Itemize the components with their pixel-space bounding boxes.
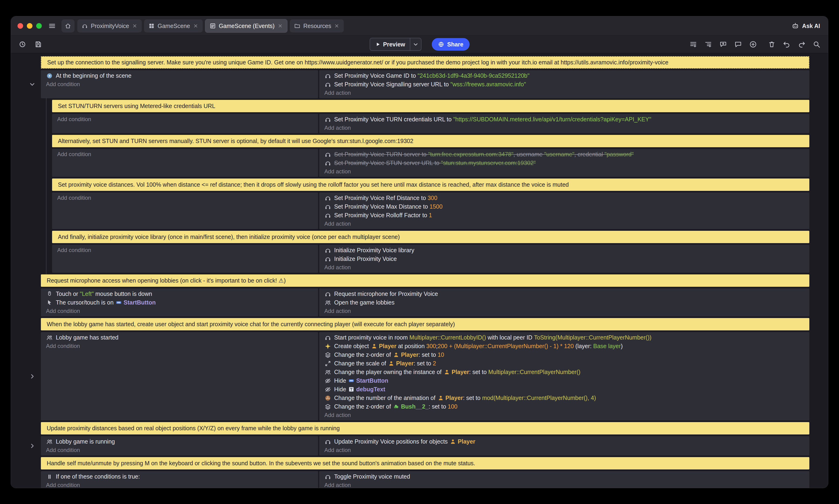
- actions-cell[interactable]: Initialize Proximity Voice libraryInitia…: [319, 245, 809, 273]
- actions-cell[interactable]: Set Proximity Voice Ref Distance to 300S…: [319, 193, 809, 229]
- close-icon[interactable]: [132, 23, 138, 29]
- actions-cell[interactable]: Start proximity voice in room Multiplaye…: [319, 332, 809, 420]
- actions-cell[interactable]: Set Proximity Voice TURN server to "turn…: [319, 149, 809, 177]
- comment-row[interactable]: Handle self mute/unmute by pressing M on…: [41, 457, 809, 469]
- add-action-link[interactable]: Add action: [319, 124, 809, 132]
- close-icon[interactable]: [334, 23, 339, 29]
- action-line[interactable]: Create object Player at position 300;200…: [319, 342, 809, 350]
- action-line[interactable]: Open the game lobbies: [319, 298, 809, 307]
- action-line[interactable]: Change the z-order of Player: set to 10: [319, 350, 809, 359]
- action-line[interactable]: Set Proximity Voice Rolloff Factor to 1: [319, 211, 809, 220]
- search-button[interactable]: [812, 40, 821, 49]
- action-line[interactable]: Hide debugText: [319, 385, 809, 394]
- add-action-link[interactable]: Add action: [319, 167, 809, 176]
- event-fold-chevron-right-icon[interactable]: [29, 373, 36, 380]
- action-line[interactable]: Initialize Proximity Voice library: [319, 246, 809, 255]
- event-fold-chevron-down-icon[interactable]: [29, 81, 36, 88]
- add-condition-link[interactable]: Add condition: [41, 342, 318, 350]
- tab-proximityvoice[interactable]: ProximityVoice: [77, 19, 142, 32]
- action-line[interactable]: Change the scale of Player: set to 2: [319, 359, 809, 368]
- action-line[interactable]: Set Proximity Voice Game ID to "241cb63d…: [319, 71, 809, 80]
- preview-options-button[interactable]: [410, 38, 421, 50]
- conditions-cell[interactable]: Add condition: [52, 245, 318, 273]
- action-line[interactable]: Initialize Proximity Voice: [319, 255, 809, 263]
- add-condition-link[interactable]: Add condition: [52, 194, 318, 202]
- add-condition-link[interactable]: Add condition: [52, 150, 318, 158]
- condition-line[interactable]: If one of these conditions is true:: [41, 472, 318, 481]
- close-icon[interactable]: [193, 23, 198, 29]
- add-condition-link[interactable]: Add condition: [41, 481, 318, 488]
- add-action-link[interactable]: Add action: [319, 89, 809, 97]
- comment-row[interactable]: Request microphone access when opening l…: [41, 274, 809, 287]
- action-line[interactable]: Change the player owning the instance of…: [319, 368, 809, 376]
- action-line[interactable]: Hide StartButton: [319, 376, 809, 385]
- add-event-button[interactable]: [689, 40, 698, 49]
- actions-cell[interactable]: Request microphone for Proximity VoiceOp…: [319, 288, 809, 317]
- action-line[interactable]: Change the number of the animation of Pl…: [319, 394, 809, 402]
- close-icon[interactable]: [277, 23, 283, 29]
- action-line[interactable]: Set Proximity Voice Max Distance to 1500: [319, 202, 809, 211]
- conditions-cell[interactable]: Touch or "Left" mouse button is downThe …: [41, 288, 318, 317]
- comment-row[interactable]: Set proximity voice distances. Vol 100% …: [52, 179, 809, 191]
- trash-button[interactable]: [767, 40, 776, 49]
- tab-resources[interactable]: Resources: [290, 19, 344, 32]
- add-condition-link[interactable]: Add condition: [52, 246, 318, 254]
- conditions-cell[interactable]: At the beginning of the sceneAdd conditi…: [41, 70, 318, 98]
- tab-gamescene[interactable]: GameScene: [144, 19, 203, 32]
- condition-line[interactable]: At the beginning of the scene: [41, 71, 318, 80]
- ask-ai-button[interactable]: Ask AI: [791, 22, 828, 30]
- add-action-link[interactable]: Add action: [319, 263, 809, 271]
- zoom-window-button[interactable]: [36, 23, 42, 29]
- condition-line[interactable]: Lobby game is running: [41, 437, 318, 446]
- add-condition-link[interactable]: Add condition: [41, 446, 318, 454]
- add-action-link[interactable]: Add action: [319, 411, 809, 419]
- conditions-cell[interactable]: Lobby game has startedAdd condition: [41, 332, 318, 420]
- comment-row[interactable]: Update proximity distances based on real…: [41, 422, 809, 434]
- action-line[interactable]: Set Proximity Voice TURN server to "turn…: [319, 150, 809, 159]
- comment-row[interactable]: And finally, initialize proximity voice …: [52, 231, 809, 243]
- actions-cell[interactable]: Set Proximity Voice Game ID to "241cb63d…: [319, 70, 809, 98]
- add-subevent-button[interactable]: [704, 40, 713, 49]
- preview-button[interactable]: Preview: [370, 41, 410, 48]
- add-condition-link[interactable]: Add condition: [52, 115, 318, 123]
- action-line[interactable]: Change the z-order of Bush__2_: set to 1…: [319, 402, 809, 411]
- plus-circle-button[interactable]: [749, 40, 757, 49]
- actions-cell[interactable]: Set Proximity Voice TURN credentials URL…: [319, 114, 809, 133]
- condition-line[interactable]: Touch or "Left" mouse button is down: [41, 290, 318, 298]
- menu-button[interactable]: [47, 21, 57, 31]
- add-condition-link[interactable]: Add condition: [41, 80, 318, 88]
- add-action-link[interactable]: Add action: [319, 307, 809, 315]
- action-line[interactable]: Set Proximity Voice Ref Distance to 300: [319, 194, 809, 202]
- add-comment-button[interactable]: [719, 40, 728, 49]
- actions-cell[interactable]: Toggle Proximity voice mutedAdd action: [319, 471, 809, 488]
- conditions-cell[interactable]: Lobby game is runningAdd condition: [41, 436, 318, 455]
- home-tab[interactable]: [62, 19, 74, 32]
- condition-line[interactable]: The cursor/touch is on StartButton: [41, 298, 318, 307]
- conditions-cell[interactable]: Add condition: [52, 114, 318, 133]
- conditions-cell[interactable]: Add condition: [52, 193, 318, 229]
- action-line[interactable]: Request microphone for Proximity Voice: [319, 290, 809, 298]
- condition-line[interactable]: Lobby game has started: [41, 333, 318, 342]
- action-line[interactable]: Set Proximity Voice TURN credentials URL…: [319, 115, 809, 124]
- close-window-button[interactable]: [18, 23, 23, 29]
- comment-row[interactable]: Alternatively, set STUN and TURN servers…: [52, 135, 809, 147]
- tab-gamescene-events[interactable]: GameScene (Events): [205, 19, 287, 33]
- action-line[interactable]: Update Proximity Voice positions for obj…: [319, 437, 809, 446]
- conditions-cell[interactable]: If one of these conditions is true:Add c…: [41, 471, 318, 488]
- save-button[interactable]: [34, 40, 43, 49]
- comment-row[interactable]: When the lobby game has started, create …: [41, 318, 809, 330]
- minimize-window-button[interactable]: [27, 23, 33, 29]
- action-line[interactable]: Start proximity voice in room Multiplaye…: [319, 333, 809, 342]
- actions-cell[interactable]: Update Proximity Voice positions for obj…: [319, 436, 809, 455]
- add-action-link[interactable]: Add action: [319, 481, 809, 488]
- conditions-cell[interactable]: Add condition: [52, 149, 318, 177]
- add-action-link[interactable]: Add action: [319, 220, 809, 228]
- comment-row[interactable]: Set up the connection to the signalling …: [41, 56, 809, 69]
- action-line[interactable]: Set Proximity Voice Signalling server UR…: [319, 80, 809, 89]
- share-button[interactable]: Share: [432, 38, 469, 51]
- undo-button[interactable]: [782, 40, 791, 49]
- action-line[interactable]: Toggle Proximity voice muted: [319, 472, 809, 481]
- comment-row[interactable]: Set STUN/TURN servers using Metered-like…: [52, 100, 809, 112]
- bubble-button[interactable]: [734, 40, 742, 49]
- event-fold-chevron-right-icon[interactable]: [29, 443, 36, 449]
